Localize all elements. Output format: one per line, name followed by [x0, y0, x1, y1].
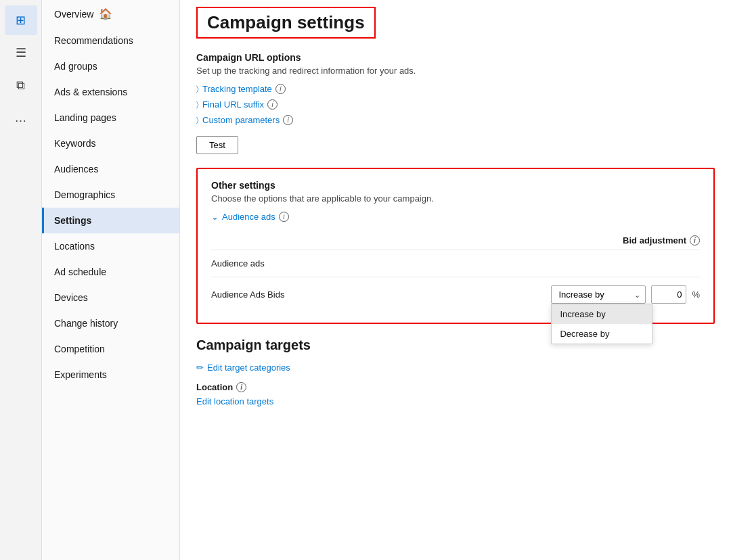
audience-ads-info-icon[interactable]: i — [279, 212, 289, 222]
custom-parameters-link[interactable]: 〉 Custom parameters i — [196, 115, 715, 125]
page-title: Campaign settings — [207, 12, 365, 33]
sidebar-item-settings[interactable]: Settings — [42, 208, 179, 233]
edit-location-label: Edit location targets — [196, 396, 273, 406]
sidebar-label-competition: Competition — [54, 344, 105, 354]
list-icon-item[interactable]: ☰ — [5, 38, 37, 68]
bid-type-dropdown[interactable]: Increase by Decrease by — [551, 285, 646, 304]
chevron-down-icon: ⌄ — [211, 212, 219, 222]
location-section: Location i Edit location targets — [196, 382, 715, 406]
sidebar-item-ads-extensions[interactable]: Ads & extensions — [42, 79, 179, 105]
sidebar-label-overview: Overview — [54, 9, 93, 20]
sidebar-item-ad-groups[interactable]: Ad groups — [42, 53, 179, 79]
dropdown-item-increase[interactable]: Increase by — [552, 304, 652, 324]
sidebar-label-ads-extensions: Ads & extensions — [54, 87, 127, 97]
custom-parameters-label: Custom parameters — [202, 115, 280, 125]
sidebar-item-change-history[interactable]: Change history — [42, 310, 179, 336]
sidebar-label-locations: Locations — [54, 241, 95, 252]
sidebar-item-landing-pages[interactable]: Landing pages — [42, 105, 179, 131]
location-text: Location — [196, 382, 233, 392]
campaign-targets-section: Campaign targets ✏ Edit target categorie… — [196, 337, 715, 406]
edit-pencil-icon: ✏ — [196, 363, 204, 373]
page-title-box: Campaign settings — [196, 7, 376, 39]
final-url-suffix-link[interactable]: 〉 Final URL suffix i — [196, 99, 715, 110]
audience-bids-controls: Increase by Decrease by ⌄ Increase by De… — [551, 285, 700, 304]
sidebar-item-recommendations[interactable]: Recommendations — [42, 28, 179, 53]
sidebar-label-keywords: Keywords — [54, 138, 95, 149]
other-settings-desc: Choose the options that are applicable t… — [211, 193, 700, 204]
percent-input[interactable] — [651, 285, 686, 304]
bid-adjustment-info-icon[interactable]: i — [690, 235, 700, 246]
location-info-icon[interactable]: i — [236, 382, 246, 392]
chevron-right-icon: 〉 — [196, 85, 199, 93]
other-settings-box: Other settings Choose the options that a… — [196, 168, 715, 324]
sidebar-item-devices[interactable]: Devices — [42, 285, 179, 310]
test-button[interactable]: Test — [196, 136, 238, 154]
sidebar-label-audiences: Audiences — [54, 164, 98, 174]
dashboard-icon: ⊞ — [16, 13, 26, 28]
list-icon: ☰ — [16, 45, 26, 60]
bid-adjustment-label: Bid adjustment — [623, 235, 686, 246]
more-icon: … — [15, 111, 27, 125]
sidebar-label-landing-pages: Landing pages — [54, 112, 116, 123]
audience-ads-row: Audience ads — [211, 250, 700, 277]
sidebar-label-ad-schedule: Ad schedule — [54, 266, 106, 277]
sidebar-item-competition[interactable]: Competition — [42, 336, 179, 362]
audience-bids-row: Audience Ads Bids Increase by Decrease b… — [211, 277, 700, 312]
sidebar-label-recommendations: Recommendations — [54, 35, 133, 46]
audience-ads-row-label: Audience ads — [211, 258, 700, 269]
chevron-right-icon-3: 〉 — [196, 116, 199, 124]
grid-icon-item[interactable]: ⧉ — [5, 70, 37, 100]
bid-adjustment-header: Bid adjustment i — [623, 235, 700, 246]
sidebar-label-devices: Devices — [54, 292, 88, 303]
url-section-desc: Set up the tracking and redirect informa… — [196, 66, 715, 76]
edit-target-categories-label: Edit target categories — [207, 363, 290, 373]
sidebar-item-ad-schedule[interactable]: Ad schedule — [42, 259, 179, 285]
audience-section: ⌄ Audience ads i Bid adjustment i Audien… — [211, 212, 700, 312]
final-url-info-icon[interactable]: i — [267, 99, 278, 110]
main-content: Campaign settings Campaign URL options S… — [180, 0, 731, 560]
sidebar-item-experiments[interactable]: Experiments — [42, 362, 179, 388]
custom-params-info-icon[interactable]: i — [283, 115, 293, 125]
sidebar-label-change-history: Change history — [54, 318, 118, 329]
sidebar-label-demographics: Demographics — [54, 189, 115, 200]
sidebar-item-locations[interactable]: Locations — [42, 233, 179, 259]
edit-target-categories-link[interactable]: ✏ Edit target categories — [196, 363, 715, 373]
sidebar-item-overview[interactable]: Overview 🏠 — [42, 0, 179, 28]
url-section-title: Campaign URL options — [196, 52, 715, 63]
audience-header-row: Bid adjustment i — [211, 231, 700, 250]
audience-ads-link-label: Audience ads — [222, 212, 275, 222]
tracking-template-label: Tracking template — [202, 84, 272, 94]
location-label: Location i — [196, 382, 715, 392]
sidebar-item-keywords[interactable]: Keywords — [42, 131, 179, 156]
home-icon: 🏠 — [99, 7, 112, 20]
bid-type-dropdown-wrapper: Increase by Decrease by ⌄ Increase by De… — [551, 285, 646, 304]
percent-sign: % — [692, 289, 700, 300]
sidebar-label-settings: Settings — [54, 215, 91, 226]
dashboard-icon-item[interactable]: ⊞ — [5, 5, 37, 35]
nav-sidebar: Overview 🏠 Recommendations Ad groups Ads… — [42, 0, 180, 560]
tracking-template-info-icon[interactable]: i — [275, 84, 286, 94]
tracking-template-link[interactable]: 〉 Tracking template i — [196, 84, 715, 94]
more-icon-item[interactable]: … — [5, 103, 37, 133]
chevron-right-icon-2: 〉 — [196, 100, 199, 109]
final-url-suffix-label: Final URL suffix — [202, 99, 264, 110]
other-settings-title: Other settings — [211, 180, 700, 191]
bid-type-dropdown-menu: Increase by Decrease by — [551, 304, 652, 344]
sidebar-label-ad-groups: Ad groups — [54, 61, 97, 72]
grid-icon: ⧉ — [16, 78, 25, 93]
icon-sidebar: ⊞ ☰ ⧉ … — [0, 0, 42, 560]
dropdown-item-decrease[interactable]: Decrease by — [552, 324, 652, 344]
sidebar-item-audiences[interactable]: Audiences — [42, 156, 179, 182]
edit-location-targets-link[interactable]: Edit location targets — [196, 396, 715, 406]
audience-ads-collapse-link[interactable]: ⌄ Audience ads i — [211, 212, 700, 222]
sidebar-label-experiments: Experiments — [54, 369, 107, 380]
sidebar-item-demographics[interactable]: Demographics — [42, 182, 179, 208]
url-options-section: Campaign URL options Set up the tracking… — [196, 52, 715, 154]
audience-bids-row-label: Audience Ads Bids — [211, 289, 551, 300]
